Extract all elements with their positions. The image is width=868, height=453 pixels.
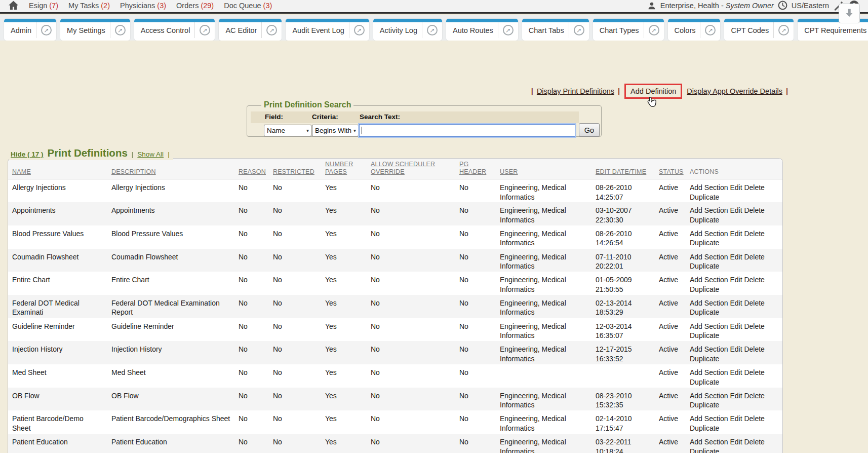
- row-action-delete[interactable]: Delete: [744, 368, 764, 376]
- row-action-add-section[interactable]: Add Section: [690, 414, 728, 423]
- row-action-add-section[interactable]: Add Section: [690, 206, 728, 214]
- row-action-add-section[interactable]: Add Section: [690, 345, 728, 353]
- col-header-reason[interactable]: REASON: [234, 159, 269, 179]
- row-action-delete[interactable]: Delete: [744, 230, 764, 238]
- row-action-delete[interactable]: Delete: [744, 299, 764, 307]
- top-nav-item[interactable]: My Tasks (2): [68, 2, 110, 10]
- row-action-edit[interactable]: Edit: [730, 345, 742, 353]
- row-action-edit[interactable]: Edit: [730, 276, 742, 284]
- add-definition-link[interactable]: Add Definition: [630, 87, 676, 95]
- show-all-link[interactable]: Show All: [137, 150, 164, 158]
- row-action-delete[interactable]: Delete: [744, 253, 764, 261]
- row-action-add-section[interactable]: Add Section: [690, 322, 728, 330]
- row-action-edit[interactable]: Edit: [730, 368, 742, 376]
- row-action-duplicate[interactable]: Duplicate: [690, 239, 719, 247]
- row-action-edit[interactable]: Edit: [730, 206, 742, 214]
- admin-tab-ac-editor[interactable]: AC Editor↗: [219, 19, 282, 41]
- admin-tab-cpt-codes[interactable]: CPT Codes↗: [724, 19, 794, 41]
- row-action-duplicate[interactable]: Duplicate: [690, 308, 719, 316]
- row-action-add-section[interactable]: Add Section: [690, 183, 728, 192]
- row-action-add-section[interactable]: Add Section: [690, 368, 728, 376]
- row-action-add-section[interactable]: Add Section: [690, 299, 728, 307]
- col-header-description[interactable]: DESCRIPTION: [107, 159, 234, 179]
- row-action-duplicate[interactable]: Duplicate: [690, 447, 719, 453]
- top-nav-item[interactable]: Esign (7): [29, 2, 58, 10]
- top-nav-item[interactable]: Orders (29): [176, 2, 214, 10]
- col-header-allow_scheduler_override[interactable]: ALLOW SCHEDULEROVERRIDE: [367, 159, 455, 179]
- row-action-duplicate[interactable]: Duplicate: [690, 401, 719, 409]
- clock-icon[interactable]: [778, 1, 787, 10]
- home-icon[interactable]: [8, 1, 19, 10]
- display-appt-override-details-link[interactable]: Display Appt Override Details: [687, 87, 782, 95]
- admin-tab-chart-tabs[interactable]: Chart Tabs↗: [522, 19, 589, 41]
- admin-tab-auto-routes[interactable]: Auto Routes↗: [446, 19, 518, 41]
- top-nav-item[interactable]: Doc Queue (3): [224, 2, 272, 10]
- admin-tab-admin[interactable]: Admin↗: [4, 19, 56, 41]
- row-action-duplicate[interactable]: Duplicate: [690, 355, 719, 363]
- popout-arrow-icon[interactable]: ↗: [778, 25, 789, 35]
- timezone-label[interactable]: US/Eastern: [792, 2, 829, 10]
- admin-tab-bar: Admin↗My Settings↗Access Control↗AC Edit…: [0, 15, 868, 41]
- row-action-edit[interactable]: Edit: [730, 392, 742, 400]
- top-nav-item[interactable]: Physicians (3): [120, 2, 166, 10]
- row-action-add-section[interactable]: Add Section: [690, 276, 728, 284]
- row-action-delete[interactable]: Delete: [744, 322, 764, 330]
- col-header-pg_header[interactable]: PGHEADER: [455, 159, 496, 179]
- row-action-edit[interactable]: Edit: [730, 322, 742, 330]
- row-action-duplicate[interactable]: Duplicate: [690, 193, 719, 201]
- popout-arrow-icon[interactable]: ↗: [115, 25, 126, 35]
- col-header-edit_datetime[interactable]: EDIT DATE/TIME: [591, 159, 655, 179]
- row-action-edit[interactable]: Edit: [730, 299, 742, 307]
- row-action-delete[interactable]: Delete: [744, 414, 764, 423]
- col-header-restricted[interactable]: RESTRICTED: [269, 159, 321, 179]
- row-action-delete[interactable]: Delete: [744, 345, 764, 353]
- row-action-add-section[interactable]: Add Section: [690, 230, 728, 238]
- row-action-edit[interactable]: Edit: [730, 230, 742, 238]
- col-header-status[interactable]: STATUS: [655, 159, 686, 179]
- row-action-duplicate[interactable]: Duplicate: [690, 262, 719, 270]
- row-action-duplicate[interactable]: Duplicate: [690, 331, 719, 339]
- popout-arrow-icon[interactable]: ↗: [503, 25, 514, 35]
- search-text-input[interactable]: [359, 124, 575, 137]
- row-action-add-section[interactable]: Add Section: [690, 392, 728, 400]
- col-header-name[interactable]: NAME: [8, 159, 107, 179]
- admin-tab-activity-log[interactable]: Activity Log↗: [373, 19, 442, 41]
- row-action-duplicate[interactable]: Duplicate: [690, 285, 719, 293]
- col-header-user[interactable]: USER: [496, 159, 591, 179]
- row-action-delete[interactable]: Delete: [744, 392, 764, 400]
- admin-tab-colors[interactable]: Colors↗: [668, 19, 721, 41]
- row-action-delete[interactable]: Delete: [744, 438, 764, 446]
- row-action-duplicate[interactable]: Duplicate: [690, 378, 719, 386]
- admin-tab-access-control[interactable]: Access Control↗: [134, 19, 215, 41]
- admin-tab-audit-event-log[interactable]: Audit Event Log↗: [286, 19, 369, 41]
- row-action-add-section[interactable]: Add Section: [690, 253, 728, 261]
- row-action-duplicate[interactable]: Duplicate: [690, 216, 719, 224]
- row-action-edit[interactable]: Edit: [730, 253, 742, 261]
- criteria-select[interactable]: Begins With▾: [312, 125, 359, 136]
- popout-arrow-icon[interactable]: ↗: [649, 25, 659, 35]
- row-action-delete[interactable]: Delete: [744, 276, 764, 284]
- row-action-edit[interactable]: Edit: [730, 414, 742, 423]
- col-header-number_pages[interactable]: NUMBERPAGES: [321, 159, 367, 179]
- popout-arrow-icon[interactable]: ↗: [574, 25, 584, 35]
- hide-link[interactable]: Hide ( 17 ): [11, 150, 44, 158]
- go-button[interactable]: Go: [579, 123, 600, 137]
- popout-arrow-icon[interactable]: ↗: [200, 25, 210, 35]
- popout-arrow-icon[interactable]: ↗: [41, 25, 52, 35]
- row-action-edit[interactable]: Edit: [730, 183, 742, 192]
- row-action-delete[interactable]: Delete: [744, 183, 764, 192]
- popout-arrow-icon[interactable]: ↗: [705, 25, 716, 35]
- popout-arrow-icon[interactable]: ↗: [354, 25, 365, 35]
- display-print-definitions-link[interactable]: Display Print Definitions: [537, 87, 614, 95]
- admin-tab-chart-types[interactable]: Chart Types↗: [593, 19, 664, 41]
- field-select[interactable]: Name▾: [264, 125, 311, 136]
- popout-arrow-icon[interactable]: ↗: [427, 25, 438, 35]
- tabs-overflow-button[interactable]: [839, 4, 860, 23]
- row-action-delete[interactable]: Delete: [744, 206, 764, 214]
- admin-tab-my-settings[interactable]: My Settings↗: [60, 19, 130, 41]
- row-action-add-section[interactable]: Add Section: [690, 438, 728, 446]
- row-action-edit[interactable]: Edit: [730, 438, 742, 446]
- popout-arrow-icon[interactable]: ↗: [266, 25, 277, 35]
- cell-allow_scheduler_override: No: [367, 434, 455, 453]
- row-action-duplicate[interactable]: Duplicate: [690, 424, 719, 432]
